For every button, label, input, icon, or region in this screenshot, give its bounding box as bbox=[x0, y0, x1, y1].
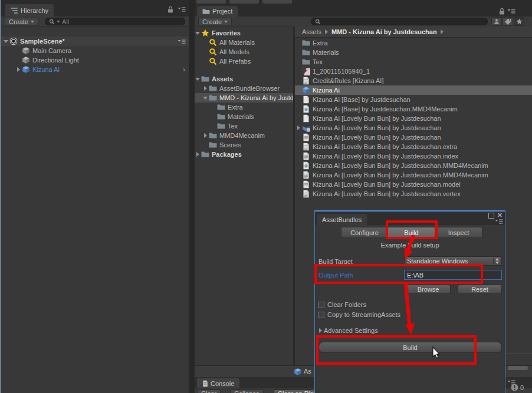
lock-icon[interactable] bbox=[168, 6, 173, 13]
file-row[interactable]: Kizuna Ai bbox=[295, 85, 532, 95]
project-tree-item[interactable]: All Models bbox=[195, 47, 293, 57]
file-row[interactable]: Credit&Rules [Kizuna AI] bbox=[295, 76, 532, 85]
pause-button-fragment[interactable] bbox=[229, 0, 259, 4]
hierarchy-tabstrip: Hierarchy bbox=[1, 0, 189, 16]
search-filter-caret-icon[interactable] bbox=[57, 21, 60, 23]
console-info-badge[interactable]: 0 bbox=[511, 384, 524, 391]
project-tree-item[interactable]: MMD - Kizuna Ai by Justdesuchan bbox=[195, 93, 293, 103]
folder-icon bbox=[209, 84, 217, 93]
doc-asset-icon bbox=[302, 105, 310, 113]
collapse-arrow-icon[interactable] bbox=[203, 93, 209, 103]
console-collapse-button[interactable]: Collapse bbox=[230, 389, 264, 393]
breadcrumb-root[interactable]: Assets bbox=[302, 28, 321, 35]
advanced-settings-foldout[interactable]: Advanced Settings bbox=[318, 326, 378, 335]
file-row[interactable]: path d="M6 1 L11 3.5 L6 6 L1 3.5 Z" fill… bbox=[295, 123, 532, 133]
hierarchy-item[interactable]: Directional Light bbox=[1, 55, 189, 65]
project-search[interactable] bbox=[311, 18, 488, 25]
expander-spacer bbox=[203, 47, 209, 57]
project-tree-item[interactable]: Favorites bbox=[195, 28, 293, 38]
hierarchy-scene-row[interactable]: SampleScene* bbox=[1, 37, 189, 46]
file-row[interactable]: 1_200115105940_1 bbox=[295, 67, 532, 76]
file-row[interactable]: Kizuna Ai [Lovely Bun Bun] by Justdesuch… bbox=[295, 151, 532, 161]
reset-button[interactable]: Reset bbox=[458, 285, 502, 294]
tab-assetbundles[interactable]: AssetBundles bbox=[317, 214, 367, 225]
project-tree-item[interactable]: AssetBundleBrowser bbox=[195, 84, 293, 93]
console-clear-button[interactable]: Clear bbox=[197, 389, 221, 393]
play-button-fragment[interactable] bbox=[196, 0, 226, 4]
assetbundles-tab-configure[interactable]: Configure bbox=[341, 227, 388, 238]
console-doc-icon bbox=[202, 380, 208, 387]
file-row[interactable]: Kizuna Ai [Lovely Bun Bun] by Justdesuch… bbox=[295, 142, 532, 151]
file-row[interactable]: Kizuna Ai [Lovely Bun Bun] by Justdesuch… bbox=[295, 170, 532, 180]
project-tree-item[interactable]: Scenes bbox=[195, 140, 293, 150]
file-row[interactable]: Kizuna Ai [Lovely Bun Bun] by Justdesuch… bbox=[295, 161, 532, 170]
step-button-fragment[interactable] bbox=[262, 0, 292, 4]
build-target-dropdown[interactable]: Standalone Windows bbox=[404, 256, 502, 266]
project-tree-item[interactable]: Extra bbox=[195, 103, 293, 112]
panel-divider[interactable] bbox=[189, 0, 195, 393]
project-tree-item[interactable]: All Materials bbox=[195, 38, 293, 47]
collapse-arrow-icon[interactable] bbox=[4, 37, 9, 46]
hierarchy-create-button[interactable]: Create bbox=[5, 18, 38, 25]
build-button[interactable]: Build bbox=[318, 342, 502, 353]
file-row[interactable]: Kizuna Ai [Lovely Bun Bun] by Justdesuch… bbox=[295, 180, 532, 189]
assetbundles-tab-build[interactable]: Build bbox=[388, 227, 435, 238]
prefab-open-arrow-icon[interactable]: › bbox=[183, 65, 185, 74]
tab-hierarchy[interactable]: Hierarchy bbox=[5, 4, 54, 16]
search-by-label-button[interactable] bbox=[503, 17, 513, 26]
project-create-button[interactable]: Create bbox=[198, 18, 232, 25]
file-name: Kizuna Ai [Lovely Bun Bun] by Justdesuch… bbox=[313, 134, 441, 141]
browse-button[interactable]: Browse bbox=[406, 285, 451, 294]
file-row[interactable]: Kizuna Ai [Lovely Bun Bun] by Justdesuch… bbox=[295, 133, 532, 142]
project-tree-item[interactable]: Packages bbox=[195, 150, 293, 159]
file-row[interactable]: Kizuna Ai [Base] by Justdesuchan bbox=[295, 95, 532, 104]
option-copy-to-streamingassets[interactable]: Copy to StreamingAssets bbox=[318, 311, 400, 318]
expand-arrow-icon[interactable] bbox=[318, 326, 324, 335]
hierarchy-item[interactable]: Main Camera bbox=[1, 46, 189, 55]
panel-menu-icon[interactable] bbox=[178, 6, 186, 12]
assetbundles-titlebar[interactable]: AssetBundles ✕ bbox=[315, 212, 505, 225]
expand-arrow-icon[interactable] bbox=[16, 65, 22, 74]
expand-arrow-icon[interactable] bbox=[203, 131, 209, 140]
project-tree-item[interactable]: Assets bbox=[195, 74, 293, 84]
tab-project[interactable]: Project bbox=[197, 6, 238, 16]
window-menu-icon[interactable] bbox=[495, 219, 503, 224]
hierarchy-search-input[interactable] bbox=[62, 18, 181, 25]
expand-arrow-icon[interactable] bbox=[296, 123, 302, 133]
folder-icon bbox=[209, 131, 217, 140]
output-path-input[interactable] bbox=[405, 270, 501, 279]
hierarchy-icon bbox=[10, 6, 18, 15]
file-row[interactable]: Materials bbox=[295, 48, 532, 57]
file-row[interactable]: Extra bbox=[295, 38, 532, 48]
hierarchy-search[interactable] bbox=[45, 18, 185, 25]
checkbox-unchecked-icon[interactable] bbox=[318, 312, 324, 318]
expand-arrow-icon[interactable] bbox=[203, 84, 209, 93]
lock-icon[interactable] bbox=[499, 8, 505, 15]
search-by-type-button[interactable] bbox=[491, 17, 502, 26]
project-tree-item[interactable]: Materials bbox=[195, 112, 293, 121]
hierarchy-item[interactable]: Kizuna Ai› bbox=[1, 65, 189, 74]
file-row[interactable]: Kizuna Ai [Base] by Justdesuchan.MMD4Mec… bbox=[295, 104, 532, 114]
maximize-icon[interactable] bbox=[488, 213, 494, 219]
project-tree-item[interactable]: All Prefabs bbox=[195, 57, 293, 66]
horizontal-scrollbar-thumb[interactable] bbox=[508, 366, 528, 370]
expander-spacer bbox=[211, 121, 217, 131]
option-clear-folders[interactable]: Clear Folders bbox=[318, 301, 366, 308]
project-tree-item[interactable]: Tex bbox=[195, 121, 293, 131]
file-row[interactable]: Kizuna Ai [Lovely Bun Bun] by Justdesuch… bbox=[295, 189, 532, 199]
scene-menu-icon[interactable] bbox=[178, 39, 186, 45]
collapse-arrow-icon[interactable] bbox=[195, 28, 201, 38]
project-search-input[interactable] bbox=[323, 18, 484, 25]
breadcrumb-current[interactable]: MMD - Kizuna Ai by Justdesuchan bbox=[331, 28, 437, 35]
breadcrumb-separator-icon bbox=[325, 29, 328, 34]
checkbox-unchecked-icon[interactable] bbox=[318, 302, 324, 308]
project-tree-item[interactable]: MMD4Mecanim bbox=[195, 131, 293, 140]
assetbundles-tab-inspect[interactable]: Inspect bbox=[435, 227, 482, 238]
tab-console[interactable]: Console bbox=[197, 378, 239, 388]
panel-menu-icon[interactable] bbox=[507, 8, 515, 14]
file-row[interactable]: Tex bbox=[295, 57, 532, 67]
saved-search-star-button[interactable] bbox=[514, 17, 524, 26]
file-row[interactable]: Kizuna Ai [Lovely Bun Bun] by Justdesuch… bbox=[295, 114, 532, 123]
expand-arrow-icon[interactable] bbox=[195, 150, 201, 159]
collapse-arrow-icon[interactable] bbox=[195, 74, 201, 84]
